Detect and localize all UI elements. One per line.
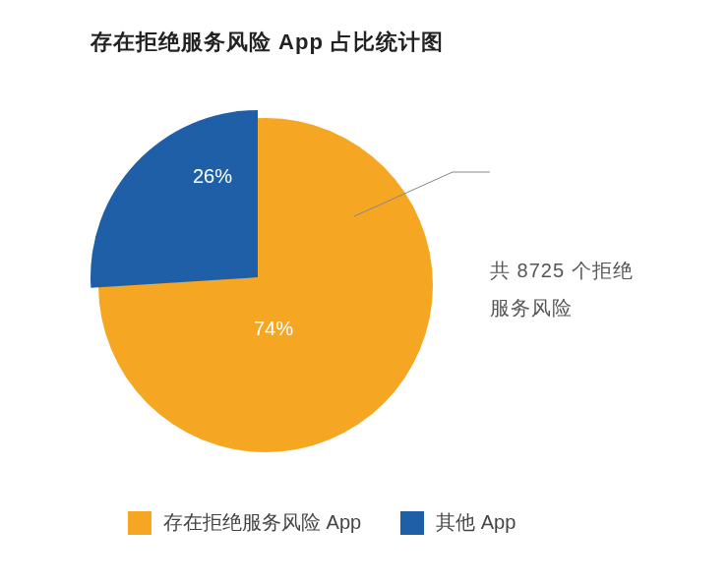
chart-annotation: 共 8725 个拒绝 服务风险	[490, 252, 634, 326]
annotation-line2: 服务风险	[490, 289, 634, 326]
legend-label-blue: 其他 App	[436, 509, 516, 536]
legend-item-orange: 存在拒绝服务风险 App	[128, 509, 361, 536]
legend-label-orange: 存在拒绝服务风险 App	[163, 509, 361, 536]
annotation-line1: 共 8725 个拒绝	[490, 252, 634, 289]
legend-swatch-blue	[400, 511, 424, 535]
slice-label-blue: 26%	[193, 165, 232, 188]
chart-legend: 存在拒绝服务风险 App 其他 App	[128, 509, 516, 536]
legend-swatch-orange	[128, 511, 152, 535]
pie-slice-blue	[91, 110, 258, 288]
legend-item-blue: 其他 App	[400, 509, 516, 536]
slice-label-orange: 74%	[254, 318, 293, 340]
